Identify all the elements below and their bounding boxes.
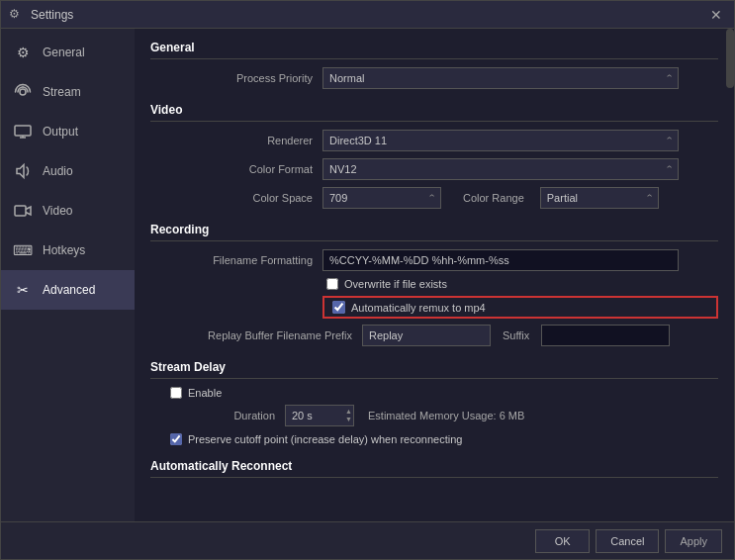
- color-space-row: Color Space 709 Color Range Partial: [150, 187, 718, 209]
- color-range-select[interactable]: Partial: [540, 187, 659, 209]
- video-section-title: Video: [150, 103, 718, 122]
- estimated-memory-label: Estimated Memory Usage: 6 MB: [368, 410, 524, 421]
- hotkeys-icon: ⌨: [13, 240, 33, 260]
- color-format-row: Color Format NV12: [150, 158, 718, 180]
- process-priority-select[interactable]: Normal: [322, 67, 679, 89]
- recording-section-title: Recording: [150, 223, 718, 241]
- color-format-select[interactable]: NV12: [322, 158, 679, 180]
- preserve-checkbox[interactable]: [170, 433, 182, 445]
- renderer-select[interactable]: Direct3D 11: [322, 130, 679, 151]
- color-range-row: 709 Color Range Partial: [322, 187, 659, 209]
- settings-icon: ⚙: [9, 7, 25, 23]
- remux-label: Automatically remux to mp4: [351, 302, 486, 314]
- overwrite-label: Overwrite if file exists: [344, 278, 447, 290]
- filename-formatting-input[interactable]: [322, 249, 679, 271]
- replay-buffer-row: Replay Buffer Filename Prefix Suffix: [150, 325, 718, 346]
- color-format-label: Color Format: [154, 163, 313, 175]
- sidebar: ⚙ General Stream: [1, 29, 135, 521]
- replay-suffix-label: Suffix: [503, 329, 529, 341]
- color-space-select-wrapper: 709: [322, 187, 441, 209]
- auto-reconnect-section: Automatically Reconnect: [150, 459, 718, 478]
- enable-label: Enable: [188, 387, 222, 399]
- sidebar-item-video[interactable]: Video: [1, 191, 135, 231]
- preserve-checkbox-row: Preserve cutoff point (increase delay) w…: [162, 433, 718, 445]
- gear-icon: ⚙: [13, 43, 33, 62]
- filename-formatting-label: Filename Formatting: [154, 254, 313, 266]
- duration-up-button[interactable]: ▲: [345, 408, 352, 416]
- color-format-select-wrapper: NV12: [322, 158, 679, 180]
- svg-rect-4: [15, 206, 26, 216]
- sidebar-label-stream: Stream: [43, 85, 81, 99]
- renderer-row: Renderer Direct3D 11: [150, 130, 718, 151]
- replay-prefix-input[interactable]: [362, 325, 491, 346]
- replay-suffix-input[interactable]: [541, 325, 670, 346]
- apply-button[interactable]: Apply: [665, 529, 722, 553]
- close-button[interactable]: ✕: [706, 5, 726, 25]
- enable-checkbox-row: Enable: [162, 387, 718, 399]
- duration-input[interactable]: [285, 405, 354, 426]
- remux-checkbox[interactable]: [332, 301, 345, 314]
- duration-spin-buttons: ▲ ▼: [345, 408, 352, 423]
- duration-spinbox: ▲ ▼: [285, 405, 354, 426]
- recording-section: Recording Filename Formatting Overwrite …: [150, 223, 718, 346]
- advanced-icon: ✂: [13, 280, 33, 300]
- svg-point-0: [20, 89, 26, 95]
- color-space-select[interactable]: 709: [322, 187, 441, 209]
- renderer-select-wrapper: Direct3D 11: [322, 130, 679, 151]
- cancel-button[interactable]: Cancel: [596, 529, 659, 553]
- settings-window: ⚙ Settings ✕ ⚙ General St: [0, 0, 735, 560]
- sidebar-item-audio[interactable]: Audio: [1, 151, 135, 191]
- sidebar-item-output[interactable]: Output: [1, 112, 135, 151]
- main-content: ⚙ General Stream: [1, 29, 734, 521]
- sidebar-label-video: Video: [43, 204, 72, 218]
- ok-button[interactable]: OK: [535, 529, 590, 553]
- sidebar-label-audio: Audio: [43, 164, 73, 178]
- sidebar-label-general: General: [43, 46, 85, 59]
- sidebar-item-stream[interactable]: Stream: [1, 72, 135, 112]
- duration-label: Duration: [166, 410, 275, 421]
- color-range-label: Color Range: [463, 192, 524, 204]
- duration-down-button[interactable]: ▼: [345, 416, 352, 423]
- sidebar-item-advanced[interactable]: ✂ Advanced: [1, 270, 135, 310]
- color-range-select-wrapper: Partial: [540, 187, 659, 209]
- auto-reconnect-title: Automatically Reconnect: [150, 459, 718, 478]
- preserve-label: Preserve cutoff point (increase delay) w…: [188, 433, 462, 445]
- scrollbar-thumb[interactable]: [726, 29, 734, 88]
- sidebar-label-advanced: Advanced: [43, 283, 95, 297]
- process-priority-label: Process Priority: [154, 72, 313, 84]
- sidebar-item-general[interactable]: ⚙ General: [1, 33, 135, 72]
- video-section: Video Renderer Direct3D 11 Color Format …: [150, 103, 718, 209]
- renderer-label: Renderer: [154, 135, 313, 146]
- color-space-label: Color Space: [154, 192, 313, 204]
- footer: OK Cancel Apply: [1, 521, 734, 559]
- general-section-title: General: [150, 41, 718, 59]
- overwrite-checkbox-container: Overwrite if file exists: [319, 278, 718, 290]
- titlebar: ⚙ Settings ✕: [1, 1, 734, 29]
- general-section: General Process Priority Normal: [150, 41, 718, 89]
- enable-checkbox[interactable]: [170, 387, 182, 399]
- filename-formatting-row: Filename Formatting: [150, 249, 718, 271]
- sidebar-label-output: Output: [43, 125, 78, 139]
- duration-row: Duration ▲ ▼ Estimated Memory Usage: 6 M…: [162, 405, 718, 426]
- stream-delay-title: Stream Delay: [150, 360, 718, 379]
- sidebar-label-hotkeys: Hotkeys: [43, 243, 85, 257]
- stream-delay-section: Stream Delay Enable Duration ▲ ▼: [150, 360, 718, 445]
- scrollbar-track: [726, 29, 734, 521]
- remux-highlighted-row: Automatically remux to mp4: [322, 296, 718, 319]
- overwrite-checkbox-row: Overwrite if file exists Automatically r…: [150, 278, 718, 319]
- sidebar-item-hotkeys[interactable]: ⌨ Hotkeys: [1, 231, 135, 270]
- main-panel: General Process Priority Normal Video Re…: [135, 29, 734, 521]
- replay-prefix-label: Replay Buffer Filename Prefix: [154, 329, 352, 341]
- process-priority-select-wrapper: Normal: [322, 67, 679, 89]
- output-icon: [13, 122, 33, 141]
- window-title: Settings: [31, 8, 706, 22]
- audio-icon: [13, 161, 33, 181]
- overwrite-checkbox[interactable]: [326, 278, 338, 290]
- stream-delay-content: Enable Duration ▲ ▼ Estimated Memory Usa…: [150, 387, 718, 445]
- svg-rect-1: [15, 126, 31, 136]
- stream-icon: [13, 82, 33, 102]
- process-priority-row: Process Priority Normal: [150, 67, 718, 89]
- video-icon: [13, 201, 33, 221]
